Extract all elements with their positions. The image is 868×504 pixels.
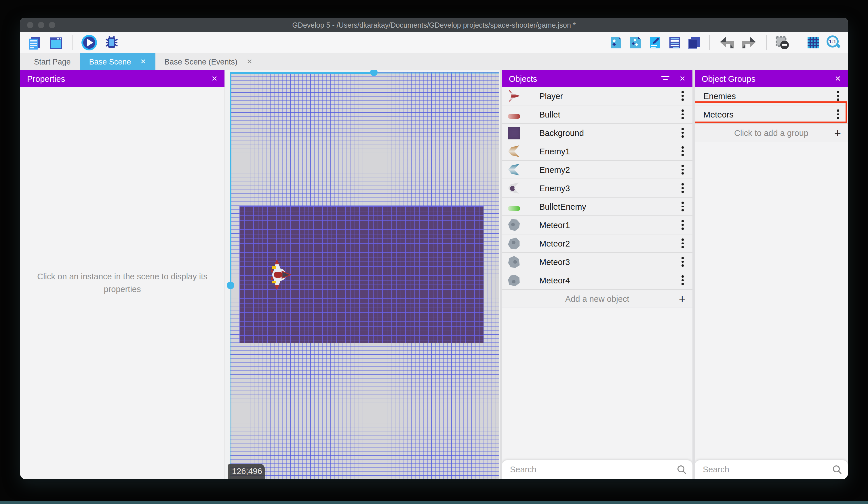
close-tab-icon[interactable]: ✕ [140,58,146,65]
toolbar-separator [766,35,767,50]
toggle-window-mask-icon[interactable] [775,35,790,50]
toggle-grid-icon[interactable] [806,36,820,50]
object-groups-list: Enemies Meteors [695,87,848,124]
tab-base-scene[interactable]: Base Scene ✕ [80,53,155,70]
selection-resize-handle-left[interactable] [227,282,234,289]
properties-panel-header: Properties ✕ [20,70,225,87]
redo-icon[interactable] [741,34,758,51]
object-menu-icon[interactable] [679,90,687,102]
object-groups-panel-icon[interactable] [629,36,642,50]
toolbar-left-group [27,34,120,51]
object-row[interactable]: Background [502,124,692,142]
player-ship-instance[interactable] [270,259,291,291]
panel-title: Object Groups [702,74,755,83]
filter-icon[interactable] [661,76,669,81]
add-object-row[interactable]: Add a new object + [502,290,692,308]
scene-window-icon[interactable] [48,35,64,50]
objects-panel: Objects ✕ Player B [502,70,692,479]
object-menu-icon[interactable] [679,200,687,213]
group-menu-icon[interactable] [834,90,842,102]
object-row[interactable]: Enemy3 [502,179,692,198]
tab-start-page[interactable]: Start Page [25,53,80,70]
group-menu-icon[interactable] [834,108,842,121]
objects-panel-icon[interactable] [609,36,623,50]
undo-icon[interactable] [718,34,735,51]
object-thumbnail-icon [508,114,520,119]
properties-empty-message: Click on an instance in the scene to dis… [36,271,209,295]
plus-icon[interactable]: + [679,293,685,304]
tab-base-scene-events[interactable]: Base Scene (Events) ✕ [155,53,262,70]
gdevelop-window: GDevelop 5 - /Users/dkarakay/Documents/G… [20,18,848,479]
objects-search-input[interactable] [509,463,672,476]
objects-search-bar [502,460,692,479]
object-group-row[interactable]: Enemies [695,87,848,105]
search-icon [677,465,687,475]
groups-search-input[interactable] [702,463,827,476]
objects-list: Player Bullet Background [502,87,692,290]
object-groups-panel-header: Object Groups ✕ [695,70,848,87]
play-icon[interactable] [81,34,98,51]
object-thumbnail-icon [508,182,520,194]
toolbar-separator [798,35,798,50]
object-name: Background [539,128,584,137]
titlebar: GDevelop 5 - /Users/dkarakay/Documents/G… [20,18,848,32]
object-row[interactable]: Enemy1 [502,142,692,161]
object-row[interactable]: Player [502,87,692,105]
toolbar-separator [709,35,710,50]
object-menu-icon[interactable] [679,219,687,231]
scene-editor-canvas[interactable]: 126;496 [225,70,500,479]
window-title: GDevelop 5 - /Users/dkarakay/Documents/G… [20,18,848,32]
object-row[interactable]: Meteor3 [502,253,692,271]
object-menu-icon[interactable] [679,145,687,158]
object-thumbnail-icon [508,219,520,231]
object-row[interactable]: Meteor2 [502,234,692,253]
add-group-row[interactable]: Click to add a group + [695,124,848,142]
game-background-instance[interactable] [239,206,484,343]
project-manager-icon[interactable] [27,35,43,50]
selection-resize-handle-top[interactable] [370,70,378,76]
close-panel-icon[interactable]: ✕ [211,74,218,83]
close-panel-icon[interactable]: ✕ [679,74,685,83]
selection-border-top [230,72,370,74]
properties-panel: Properties ✕ Click on an instance in the… [20,70,225,479]
object-menu-icon[interactable] [679,237,687,250]
object-row[interactable]: BulletEnemy [502,198,692,216]
properties-panel-icon[interactable] [648,36,662,50]
search-icon [832,465,842,475]
object-row[interactable]: Meteor1 [502,216,692,234]
object-thumbnail-icon [508,145,520,158]
add-object-label: Add a new object [565,294,629,303]
selection-border-left-faded [230,285,231,479]
object-name: Player [539,91,563,101]
object-name: Meteor4 [539,276,570,285]
editor-content: Properties ✕ Click on an instance in the… [20,70,848,479]
group-name: Enemies [703,91,736,101]
object-menu-icon[interactable] [679,127,687,139]
object-name: Meteor2 [539,239,570,248]
close-panel-icon[interactable]: ✕ [835,74,841,83]
layers-panel-icon[interactable] [687,36,701,50]
object-name: Enemy2 [539,165,570,174]
object-group-row[interactable]: Meteors [695,105,848,124]
add-group-label: Click to add a group [734,128,808,137]
group-name: Meteors [703,110,734,119]
toolbar-right-group: 1:1 [609,34,841,51]
object-row[interactable]: Bullet [502,105,692,124]
editor-tabbar: Start Page Base Scene ✕ Base Scene (Even… [20,53,848,70]
zoom-1-1-icon[interactable]: 1:1 [826,35,841,50]
object-menu-icon[interactable] [679,108,687,121]
object-row[interactable]: Meteor4 [502,271,692,290]
object-name: Bullet [539,110,560,119]
object-thumbnail-icon [506,272,522,288]
plus-icon[interactable]: + [834,127,841,139]
close-tab-icon[interactable]: ✕ [247,58,252,65]
tab-label: Base Scene [89,57,131,66]
object-row[interactable]: Enemy2 [502,161,692,179]
object-menu-icon[interactable] [679,255,687,268]
instances-list-icon[interactable] [668,36,682,50]
object-menu-icon[interactable] [679,163,687,176]
object-menu-icon[interactable] [679,274,687,286]
scene-grid[interactable] [230,72,499,479]
object-menu-icon[interactable] [679,182,687,194]
debug-icon[interactable] [104,34,120,51]
